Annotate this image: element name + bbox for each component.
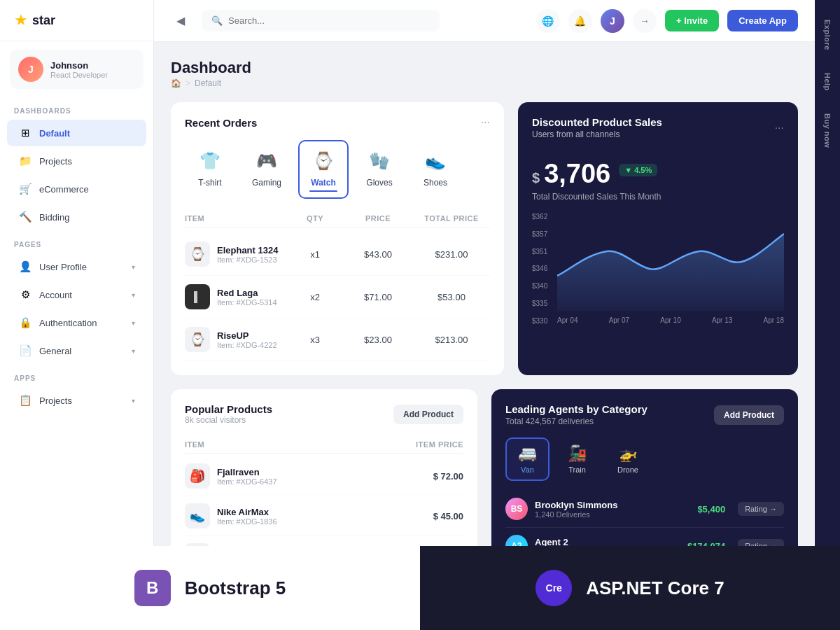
discount-amount: $ 3,706 [532, 159, 610, 189]
user-icon: 👤 [18, 260, 32, 274]
search-input[interactable] [228, 15, 430, 26]
th-qty: QTY [287, 214, 343, 223]
sidebar-item-general[interactable]: 📄 General ▾ [7, 337, 146, 364]
watch-icon: ⌚ [309, 147, 337, 175]
sidebar: ★ star J Johnson React Developer DASHBOA… [0, 0, 154, 630]
tshirt-icon: 👕 [196, 147, 224, 175]
discount-sales-card: Discounted Product Sales Users from all … [518, 102, 798, 375]
item-qty: x3 [287, 335, 343, 345]
x-label: Apr 07 [609, 316, 629, 324]
invite-button[interactable]: + Invite [665, 10, 719, 31]
general-icon: 📄 [18, 344, 32, 358]
table-row: ⌚ Elephant 1324 Item: #XDG-1523 x1 $43.0… [185, 233, 490, 276]
gloves-icon: 🧤 [365, 147, 393, 175]
rating-button[interactable]: Rating → [738, 502, 784, 516]
product-name: Fjallraven [217, 467, 277, 477]
topbar: ◀ 🔍 🌐 🔔 J → + Invite Create App [154, 0, 815, 42]
create-app-button[interactable]: Create App [727, 10, 798, 31]
add-product-dark-button[interactable]: Add Product [714, 405, 784, 425]
globe-icon-button[interactable]: 🌐 [536, 9, 560, 33]
popular-products-subtitle: 8k social visitors [185, 415, 272, 425]
sidebar-item-label: Default [39, 128, 135, 139]
grid-icon: ⊞ [18, 126, 32, 140]
search-bar[interactable]: 🔍 [202, 10, 440, 31]
discount-value: 3,706 [544, 159, 610, 189]
popular-products-title: Popular Products [185, 403, 272, 415]
buy-now-tab[interactable]: Buy now [820, 108, 834, 153]
chart-x-labels: Apr 04 Apr 07 Apr 10 Apr 13 Apr 18 [557, 316, 784, 324]
sidebar-item-label: General [39, 346, 125, 356]
card-header: Discounted Product Sales Users from all … [532, 116, 784, 139]
card-menu-icon[interactable]: ··· [481, 116, 490, 129]
bootstrap-text: Bootstrap 5 [185, 578, 286, 599]
breadcrumb-current: Default [195, 78, 221, 88]
product-name: Nike AirMax [217, 507, 277, 517]
tab-tshirt[interactable]: 👕 T-shirt [185, 140, 235, 199]
sidebar-item-authentication[interactable]: 🔒 Authentication ▾ [7, 309, 146, 336]
item-price: $43.00 [343, 249, 413, 260]
item-price: $23.00 [343, 335, 413, 345]
sidebar-item-default[interactable]: ⊞ Default [7, 120, 146, 146]
product-icon: 👟 [185, 503, 210, 528]
tab-underline [365, 190, 393, 192]
tab-drone[interactable]: 🚁 Drone [605, 438, 651, 481]
card-header: Leading Agents by Category Total 424,567… [505, 403, 784, 426]
add-product-button[interactable]: Add Product [393, 405, 463, 424]
list-item: 👟 Nike AirMax Item: #XDG-1836 $ 45.00 [185, 496, 463, 536]
product-icon: 🎒 [185, 463, 210, 489]
collapse-sidebar-button[interactable]: ◀ [171, 11, 190, 31]
user-name: Johnson [50, 60, 108, 71]
chevron-down-icon: ▾ [132, 263, 135, 271]
y-label: $357 [532, 230, 547, 238]
item-code: Item: #XDG-4222 [217, 341, 277, 349]
tab-label: T-shirt [198, 178, 221, 188]
x-label: Apr 18 [764, 316, 784, 324]
ecommerce-icon: 🛒 [18, 182, 32, 196]
tab-label: Gaming [252, 178, 281, 188]
bootstrap-banner[interactable]: B Bootstrap 5 [0, 546, 420, 630]
explore-tab[interactable]: Explore [820, 14, 834, 56]
tab-gaming[interactable]: 🎮 Gaming [241, 140, 293, 199]
tab-gloves[interactable]: 🧤 Gloves [354, 140, 405, 199]
aspnet-banner[interactable]: Cre ASP.NET Core 7 [420, 546, 840, 630]
sidebar-item-label: User Profile [39, 262, 125, 272]
arrow-icon-button[interactable]: → [633, 9, 657, 33]
tab-train[interactable]: 🚂 Train [555, 438, 599, 481]
tab-shoes[interactable]: 👟 Shoes [410, 140, 461, 199]
sidebar-item-projects[interactable]: 📁 Projects [7, 148, 146, 174]
account-icon: ⚙ [18, 288, 32, 302]
agent-name: Brooklyn Simmons [535, 500, 669, 510]
logo-star-icon: ★ [14, 11, 28, 29]
y-label: $340 [532, 282, 547, 290]
sidebar-item-account[interactable]: ⚙ Account ▾ [7, 281, 146, 308]
sidebar-item-user-profile[interactable]: 👤 User Profile ▾ [7, 253, 146, 280]
y-label: $335 [532, 300, 547, 307]
topbar-avatar[interactable]: J [601, 9, 624, 33]
y-label: $351 [532, 248, 547, 255]
chevron-down-icon: ▾ [132, 319, 135, 327]
lock-icon: 🔒 [18, 316, 32, 330]
tab-underline [309, 190, 337, 192]
sidebar-item-projects-app[interactable]: 📋 Projects ▾ [7, 387, 146, 414]
notification-icon-button[interactable]: 🔔 [568, 9, 592, 33]
discount-title: Discounted Product Sales [532, 116, 662, 128]
sidebar-item-label: Projects [39, 396, 125, 406]
card-menu-icon[interactable]: ··· [775, 122, 784, 134]
section-label-pages: PAGES [0, 231, 153, 253]
bidding-icon: 🔨 [18, 210, 32, 224]
help-tab[interactable]: Help [820, 67, 834, 97]
bootstrap-logo: B [134, 570, 171, 606]
product-price: $ 72.00 [393, 471, 463, 482]
tab-van[interactable]: 🚐 Van [505, 438, 550, 481]
sidebar-item-ecommerce[interactable]: 🛒 eCommerce [7, 176, 146, 202]
user-role: React Developer [50, 71, 108, 79]
agent-avatar: BS [505, 498, 528, 520]
product-tabs: 👕 T-shirt 🎮 Gaming ⌚ Watch [185, 140, 490, 199]
logo-text: star [32, 13, 55, 28]
item-qty: x1 [287, 249, 343, 260]
agents-subtitle: Total 424,567 deliveries [505, 416, 648, 426]
train-icon: 🚂 [568, 444, 587, 463]
dollar-sign: $ [532, 170, 540, 186]
sidebar-item-bidding[interactable]: 🔨 Bidding [7, 204, 146, 230]
tab-watch[interactable]: ⌚ Watch [298, 140, 349, 199]
